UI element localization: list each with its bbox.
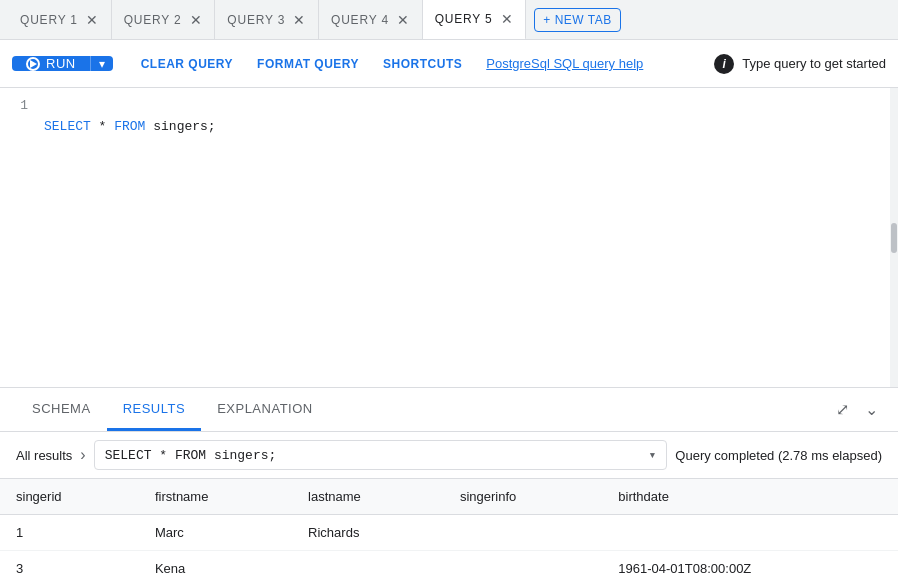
expand-icon[interactable]: ⤢ <box>832 396 853 423</box>
cell-firstname: Kena <box>139 551 292 580</box>
new-tab-label: + NEW TAB <box>543 13 611 27</box>
format-query-button[interactable]: FORMAT QUERY <box>245 51 371 77</box>
results-tabs: SCHEMA RESULTS EXPLANATION ⤢ ⌄ <box>0 388 898 432</box>
tab-results[interactable]: RESULTS <box>107 389 202 431</box>
table-row: 1MarcRichards <box>0 515 898 551</box>
line-numbers: 1 <box>0 88 40 387</box>
query-status: Query completed (2.78 ms elapsed) <box>675 448 882 463</box>
shortcuts-button[interactable]: SHORTCUTS <box>371 51 474 77</box>
clear-query-button[interactable]: CLEAR QUERY <box>129 51 245 77</box>
editor-area: 1 SELECT * FROM singers; <box>0 88 898 388</box>
col-lastname: lastname <box>292 479 444 515</box>
cell-singerid: 1 <box>0 515 139 551</box>
tab-bar: QUERY 1 ✕ QUERY 2 ✕ QUERY 3 ✕ QUERY 4 ✕ … <box>0 0 898 40</box>
tab-query2[interactable]: QUERY 2 ✕ <box>112 0 216 40</box>
col-singerinfo: singerinfo <box>444 479 602 515</box>
cell-lastname <box>292 551 444 580</box>
cell-singerinfo <box>444 551 602 580</box>
table-header-row: singerid firstname lastname singerinfo b… <box>0 479 898 515</box>
cell-singerid: 3 <box>0 551 139 580</box>
run-dropdown-button[interactable]: ▾ <box>90 56 113 71</box>
cell-lastname: Richards <box>292 515 444 551</box>
tab-query1[interactable]: QUERY 1 ✕ <box>8 0 112 40</box>
run-button[interactable]: RUN <box>12 56 90 71</box>
close-query4-icon[interactable]: ✕ <box>397 13 410 27</box>
tab-query3[interactable]: QUERY 3 ✕ <box>215 0 319 40</box>
scrollbar-thumb[interactable] <box>891 223 897 253</box>
cell-birthdate <box>602 515 898 551</box>
cell-singerinfo <box>444 515 602 551</box>
all-results-label: All results <box>16 448 72 463</box>
toolbar: RUN ▾ CLEAR QUERY FORMAT QUERY SHORTCUTS… <box>0 40 898 88</box>
close-query1-icon[interactable]: ✕ <box>86 13 99 27</box>
tab-query4-label: QUERY 4 <box>331 13 389 27</box>
new-tab-button[interactable]: + NEW TAB <box>534 8 620 32</box>
info-hint-text: Type query to get started <box>742 56 886 71</box>
results-panel: SCHEMA RESULTS EXPLANATION ⤢ ⌄ All resul… <box>0 388 898 579</box>
cell-birthdate: 1961-04-01T08:00:00Z <box>602 551 898 580</box>
col-singerid: singerid <box>0 479 139 515</box>
editor-scrollbar[interactable] <box>890 88 898 387</box>
tab-query2-label: QUERY 2 <box>124 13 182 27</box>
tab-query3-label: QUERY 3 <box>227 13 285 27</box>
col-birthdate: birthdate <box>602 479 898 515</box>
tab-query5[interactable]: QUERY 5 ✕ <box>423 0 527 40</box>
tab-query1-label: QUERY 1 <box>20 13 78 27</box>
table-row: 3Kena1961-04-01T08:00:00Z <box>0 551 898 580</box>
chevron-down-icon[interactable]: ⌄ <box>861 396 882 423</box>
cell-firstname: Marc <box>139 515 292 551</box>
results-tab-actions: ⤢ ⌄ <box>832 396 882 423</box>
close-query2-icon[interactable]: ✕ <box>190 13 203 27</box>
info-hint-area: i Type query to get started <box>714 54 886 74</box>
info-icon: i <box>714 54 734 74</box>
results-table: singerid firstname lastname singerinfo b… <box>0 479 898 579</box>
chevron-right-icon[interactable]: › <box>80 446 85 464</box>
results-table-wrapper[interactable]: singerid firstname lastname singerinfo b… <box>0 479 898 579</box>
tab-explanation[interactable]: EXPLANATION <box>201 389 329 431</box>
close-query5-icon[interactable]: ✕ <box>501 12 514 26</box>
editor-content[interactable]: SELECT * FROM singers; <box>40 88 898 387</box>
query-bar: All results › SELECT * FROM singers; ▾ Q… <box>0 432 898 479</box>
query-select[interactable]: SELECT * FROM singers; ▾ <box>94 440 668 470</box>
tab-query4[interactable]: QUERY 4 ✕ <box>319 0 423 40</box>
tab-schema[interactable]: SCHEMA <box>16 389 107 431</box>
dropdown-arrow-icon: ▾ <box>649 447 657 463</box>
query-select-value: SELECT * FROM singers; <box>105 448 277 463</box>
run-button-group: RUN ▾ <box>12 56 113 71</box>
close-query3-icon[interactable]: ✕ <box>293 13 306 27</box>
tab-query5-label: QUERY 5 <box>435 12 493 26</box>
col-firstname: firstname <box>139 479 292 515</box>
help-link[interactable]: PostgreSql SQL query help <box>474 50 655 77</box>
run-label: RUN <box>46 56 76 71</box>
play-icon <box>26 57 40 71</box>
